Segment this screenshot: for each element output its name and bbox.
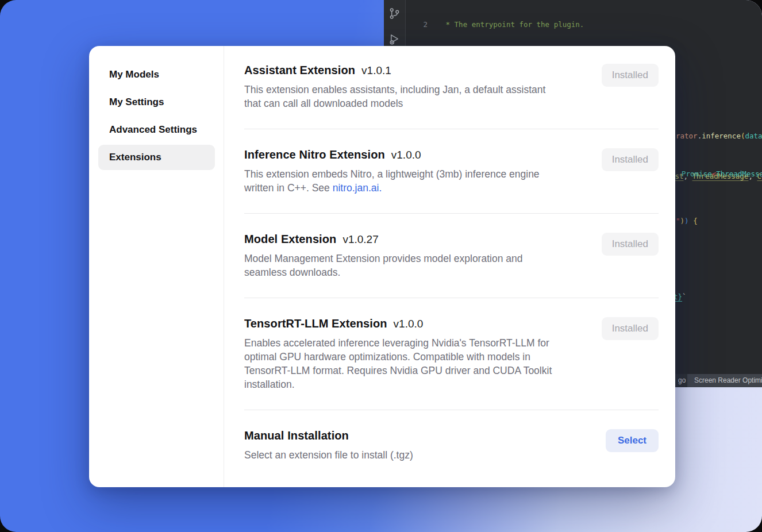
- extension-info: Inference Nitro Extension v1.0.0 This ex…: [244, 148, 576, 195]
- line-number: 2: [406, 20, 428, 30]
- code-fragment: ")) {: [676, 217, 698, 226]
- extension-description-text: Select an extension file to install (.tg…: [244, 449, 413, 461]
- code-token: data: [745, 132, 762, 140]
- code-token: {: [693, 217, 698, 225]
- installed-button[interactable]: Installed: [602, 148, 659, 171]
- manual-installation-row: Manual Installation Select an extension …: [244, 410, 659, 473]
- sidebar-item-extensions[interactable]: Extensions: [98, 145, 215, 170]
- extension-info: Manual Installation Select an extension …: [244, 429, 576, 462]
- code-token: ": [676, 217, 680, 225]
- sidebar-item-my-settings[interactable]: My Settings: [98, 90, 215, 115]
- sidebar-item-my-models[interactable]: My Models: [98, 62, 215, 87]
- extension-title: Model Extension: [244, 233, 336, 246]
- extension-description: This extension embeds Nitro, a lightweig…: [244, 167, 576, 195]
- extension-description-text: This extension embeds Nitro, a lightweig…: [244, 168, 540, 194]
- extension-title: TensortRT-LLM Extension: [244, 317, 387, 330]
- code-fragment: rator.inference(data));: [676, 132, 762, 141]
- app-window: 2 * The entrypoint for the plugin. 3 */ …: [0, 0, 762, 532]
- extension-version: v1.0.0: [391, 149, 421, 161]
- code-fragment: Promise<ThreadMessage>: [682, 169, 762, 179]
- extension-version: v1.0.1: [361, 64, 391, 77]
- status-bar-left-text: go: [678, 374, 686, 387]
- extension-row: Model Extension v1.0.27 Model Management…: [244, 214, 659, 298]
- sidebar-item-label: My Models: [109, 69, 159, 80]
- code-token: ): [680, 217, 685, 225]
- nitro-jan-ai-link[interactable]: nitro.jan.ai.: [333, 182, 382, 194]
- code-token: Promise: [682, 169, 712, 178]
- sidebar-item-label: Extensions: [109, 152, 161, 163]
- settings-sidebar: My Models My Settings Advanced Settings …: [89, 46, 224, 487]
- extension-row: Inference Nitro Extension v1.0.0 This ex…: [244, 129, 659, 214]
- code-token: * The entrypoint for the plugin.: [441, 20, 584, 29]
- line-content: * The entrypoint for the plugin.: [428, 20, 584, 30]
- extension-description-text: This extension enables assistants, inclu…: [244, 84, 545, 109]
- extension-info: Model Extension v1.0.27 Model Management…: [244, 233, 576, 279]
- code-fragment: t}`: [674, 292, 687, 302]
- extensions-list: Assistant Extension v1.0.1 This extensio…: [224, 46, 675, 487]
- extension-title: Inference Nitro Extension: [244, 148, 385, 161]
- screen-reader-optimized-chip[interactable]: Screen Reader Optimized: [687, 374, 762, 387]
- code-token: inference: [702, 132, 741, 140]
- extension-description: This extension enables assistants, inclu…: [244, 83, 576, 110]
- source-control-icon[interactable]: [388, 7, 401, 20]
- extension-version: v1.0.0: [394, 318, 424, 330]
- code-token: `: [682, 292, 687, 301]
- sidebar-item-label: My Settings: [109, 97, 164, 108]
- extension-description: Model Management Extension provides mode…: [244, 252, 576, 279]
- code-token: ThreadMessage: [716, 169, 762, 178]
- code-token: ): [684, 217, 689, 225]
- extension-description: Enables accelerated inference leveraging…: [244, 336, 576, 391]
- extension-description: Select an extension file to install (.tg…: [244, 448, 576, 462]
- installed-button[interactable]: Installed: [602, 317, 659, 340]
- code-token: rator: [676, 132, 698, 140]
- extension-title: Assistant Extension: [244, 64, 355, 77]
- code-line: 2 * The entrypoint for the plugin.: [406, 20, 762, 30]
- extension-description-text: Model Management Extension provides mode…: [244, 253, 522, 278]
- select-file-button[interactable]: Select: [606, 429, 659, 452]
- extension-info: Assistant Extension v1.0.1 This extensio…: [244, 64, 576, 110]
- extension-row: Assistant Extension v1.0.1 This extensio…: [244, 64, 659, 129]
- installed-button[interactable]: Installed: [602, 233, 659, 256]
- sidebar-item-advanced-settings[interactable]: Advanced Settings: [98, 117, 215, 142]
- extension-description-text: Enables accelerated inference leveraging…: [244, 337, 552, 390]
- extension-info: TensortRT-LLM Extension v1.0.0 Enables a…: [244, 317, 576, 391]
- extension-version: v1.0.27: [342, 233, 378, 246]
- installed-button[interactable]: Installed: [602, 64, 659, 87]
- sidebar-item-label: Advanced Settings: [109, 124, 197, 136]
- run-debug-icon[interactable]: [388, 33, 401, 46]
- extension-title: Manual Installation: [244, 429, 349, 442]
- code-token: [689, 217, 694, 225]
- extension-row: TensortRT-LLM Extension v1.0.0 Enables a…: [244, 298, 659, 410]
- settings-card: My Models My Settings Advanced Settings …: [89, 46, 675, 487]
